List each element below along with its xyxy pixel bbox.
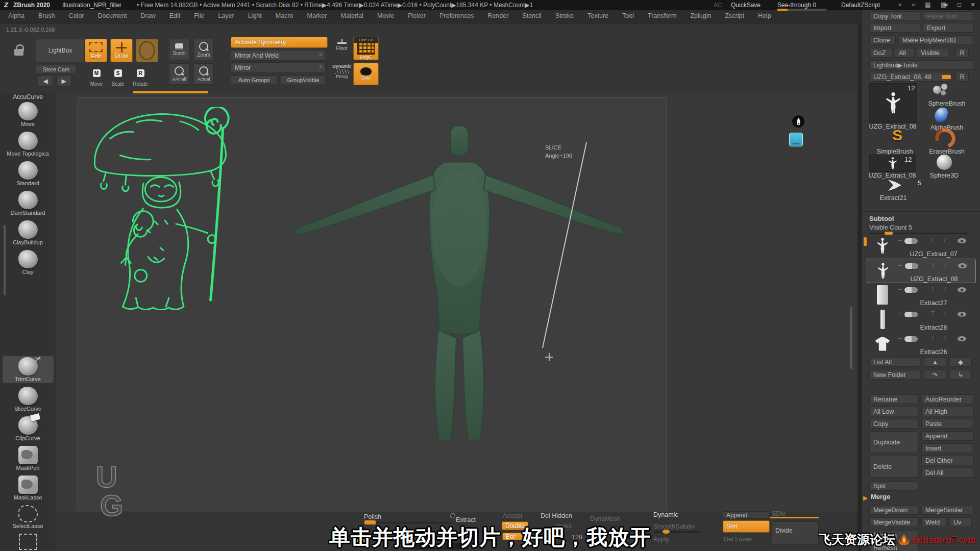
paste-button[interactable]: Paste [921,419,974,429]
subtool-row[interactable]: ∼ T / UZG_Extract_07 [867,234,975,258]
default-zscript-button[interactable]: DefaultZScript [841,2,880,9]
brush-item[interactable]: MaskLasso [3,474,54,502]
lightbox-button[interactable]: LightBox [36,39,85,62]
quicksave-button[interactable]: QuickSave [731,2,761,9]
menu-item[interactable]: Transform [648,12,677,19]
all-high-button[interactable]: All High [921,407,974,416]
paint-toggle-icon[interactable] [905,263,918,269]
prev-cam-button[interactable]: ◀ [38,76,53,87]
left-tray-scrollbar[interactable] [4,225,6,295]
menu-item[interactable]: Zscript [725,12,744,19]
pen-icon[interactable]: / [944,310,946,316]
append-button[interactable]: Append [921,431,974,441]
menu-item[interactable]: Render [487,12,508,19]
aahalf-button[interactable]: AAHalf [169,63,189,85]
menu-item[interactable]: Material [340,12,363,19]
del-lower-button[interactable]: Del Lower [724,536,752,543]
canvas-right-scrollbar[interactable] [850,307,852,369]
uv-button[interactable]: Uv [949,517,972,527]
pen-tool-icon[interactable] [792,115,804,128]
subtool-row[interactable]: ∼ T / UZG_Extract_08 [867,259,976,283]
menu-item[interactable]: Macro [276,12,293,19]
sphere3d-thumb[interactable] [937,155,952,170]
menu-item[interactable]: Stencil [522,12,542,19]
eye-icon[interactable] [958,263,967,268]
menu-item[interactable]: Color [69,12,84,19]
paint-toggle-icon[interactable] [904,238,918,244]
eye-icon[interactable] [958,312,966,317]
export-button[interactable]: Export [923,23,974,33]
pen-icon[interactable]: / [944,262,947,268]
eraserbrush-thumb[interactable] [935,129,955,148]
menu-item[interactable]: Zplugin [690,12,711,19]
rename-button[interactable]: Rename [869,394,919,404]
merge-arrow-icon[interactable]: ▶ [863,494,868,502]
smt-button[interactable]: Smt [723,520,770,533]
sdiv-slider-label[interactable]: SDiv [772,510,785,517]
goz-visible-button[interactable]: Visible [917,48,948,58]
visible-count-slider[interactable]: Visible Count 5 [869,224,912,231]
brush-item[interactable]: Move [3,101,54,128]
merge-section-header[interactable]: Merge [871,493,890,500]
append-dynamic-button[interactable]: Append [723,511,770,519]
brush-item[interactable]: Move Topologica [3,131,54,158]
pen-icon[interactable]: / [944,335,946,341]
goz-all-button[interactable]: All [895,48,914,58]
alphabrush-thumb[interactable] [935,107,947,122]
material-preview-button[interactable] [789,133,803,146]
make-polymesh3d-button[interactable]: Make PolyMesh3D [898,35,974,45]
spherebrush-thumb[interactable] [933,83,948,96]
accept-button[interactable]: Accept [503,512,522,519]
goz-button[interactable]: GoZ [869,48,893,58]
brush-item[interactable]: TrimCurve [3,356,54,383]
solo-button[interactable]: Solo [353,63,379,85]
eye-icon[interactable] [958,238,966,243]
menu-item[interactable]: Light [248,12,262,19]
polish-mode-icon[interactable] [450,513,455,518]
t-icon[interactable]: T [931,286,935,292]
move-up-button[interactable]: ▲ [924,357,946,367]
close-icon[interactable]: × [971,1,975,9]
menu-item[interactable]: Preferences [439,12,474,19]
t-icon[interactable]: T [932,262,935,268]
dynamesh-label[interactable]: DynaMesh [590,515,621,522]
store-cam-button[interactable]: Store Cam [36,65,77,73]
brush-item[interactable]: MaskPen [3,445,54,472]
auto-groups-button[interactable]: Auto Groups [231,76,278,84]
smooth-subdiv-handle[interactable] [663,530,670,534]
subtool-row[interactable]: ∼ T / Extract26 [867,332,975,356]
smooth-subdiv-slider[interactable]: SmoothSubdiv [653,523,695,530]
brush-item[interactable]: Clay [3,249,54,276]
menu-item[interactable]: Movie [377,12,394,19]
extract21-thumb[interactable] [888,180,901,191]
move-diamond-button[interactable]: ◆ [949,357,972,367]
scroll-button[interactable]: Scroll [169,39,189,60]
apply-button[interactable]: Apply [653,536,669,543]
mergesimilar-button[interactable]: MergeSimilar [921,505,974,515]
redo-arrow-button[interactable]: ↷ [924,370,946,380]
brush-icon[interactable]: ∼ [898,262,902,269]
goz-r-button[interactable]: R [955,48,969,58]
dynamic-persp-button[interactable]: Dynamic Persp [332,60,352,83]
active-tool-r-button[interactable]: R [955,72,969,82]
clone-button[interactable]: Clone [869,35,896,45]
titlebar-plugin-icons[interactable]: « » ▦ ▩ [898,1,950,8]
active-tool-slider-handle[interactable] [942,75,951,79]
mergedown-button[interactable]: MergeDown [869,505,919,515]
menu-item[interactable]: Edit [169,12,181,19]
brush-item[interactable]: ClipCurve [3,415,54,442]
subtool-row[interactable]: ∼ T / Extract28 [867,308,975,331]
list-all-button[interactable]: List All [869,357,920,367]
paint-toggle-icon[interactable] [904,336,918,342]
subtool-row[interactable]: ∼ T / Extract27 [867,283,975,307]
group-visible-button[interactable]: GroupVisible [281,76,326,84]
simplebrush-thumb[interactable]: S [892,127,902,144]
paint-toggle-icon[interactable] [904,287,918,293]
mirror-button[interactable]: Mirror⠿ [231,62,326,73]
delete-button[interactable]: Delete [869,456,919,478]
activate-symmetry-button[interactable]: Activate Symmetry [231,37,328,48]
scale-button[interactable]: S [108,66,128,81]
brush-icon[interactable]: ∼ [897,311,902,317]
active-tool-slider[interactable]: UZG_Extract_08. 48 [869,72,952,82]
brush-icon[interactable]: ∼ [897,286,902,293]
